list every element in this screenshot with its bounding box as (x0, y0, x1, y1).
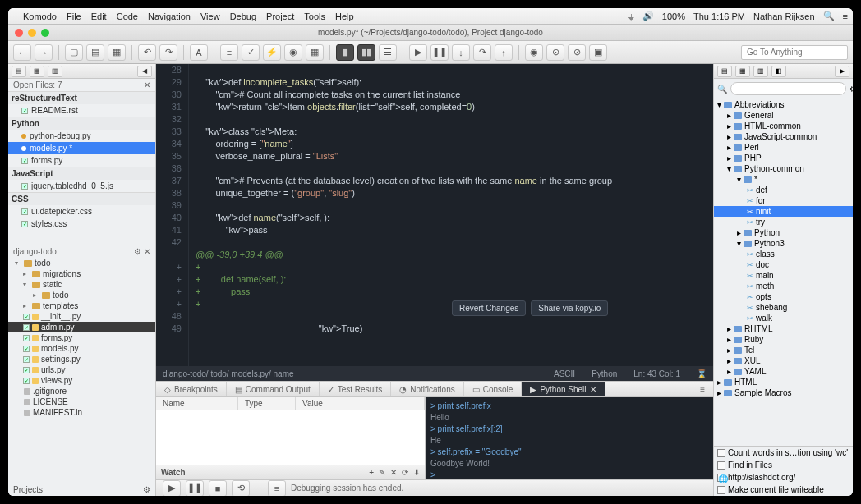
bottom-panel-menu-icon[interactable]: ≡ (692, 382, 713, 396)
save-button[interactable]: ▦ (108, 44, 126, 61)
file-jquery[interactable]: ✓jquery.tabledhd_0_5.js (8, 180, 155, 192)
rt-class[interactable]: ✂class (714, 249, 853, 259)
tree-license[interactable]: LICENSE (8, 396, 155, 407)
watch-col-name[interactable]: Name (156, 397, 238, 410)
rt-python[interactable]: ▸Python (714, 227, 853, 238)
rt-star[interactable]: ▾* (714, 174, 853, 185)
rt-xul[interactable]: ▸XUL (714, 355, 853, 366)
font-button[interactable]: A (190, 44, 208, 61)
debug-play-icon[interactable]: ▶ (163, 480, 181, 497)
rt-py-common[interactable]: ▾Python-common (714, 163, 853, 174)
panel-tab-places[interactable]: ▤ (12, 66, 26, 77)
rt-ninit[interactable]: ✂ninit (714, 206, 853, 217)
file-datepicker-css[interactable]: ✓ui.datepicker.css (8, 205, 155, 218)
undo-button[interactable]: ↶ (138, 44, 156, 61)
tree-views-py[interactable]: ✓views.py (8, 375, 155, 386)
redo-button[interactable]: ↷ (159, 44, 177, 61)
play-macro-button[interactable]: ⊙ (546, 44, 564, 61)
menu-navigation[interactable]: Navigation (148, 11, 191, 21)
watch-body[interactable] (156, 410, 425, 465)
rp-tab-2[interactable]: ▦ (735, 66, 750, 77)
tab-console[interactable]: ▭ Console (464, 382, 523, 396)
rb-count-words[interactable]: Count words in s…tion using 'wc' (714, 447, 853, 459)
check-button[interactable]: ≡ (220, 44, 238, 61)
status-encoding[interactable]: ASCII (554, 369, 575, 378)
rt-perl[interactable]: ▸Perl (714, 142, 853, 153)
file-readme[interactable]: ✓README.rst (8, 104, 155, 117)
watch-col-type[interactable]: Type (238, 397, 296, 410)
tree-urls-py[interactable]: ✓urls.py (8, 364, 155, 375)
menu-code[interactable]: Code (117, 11, 138, 21)
notifications-icon[interactable]: ≡ (843, 11, 848, 21)
user-name[interactable]: Nathan Rijksen (753, 11, 815, 21)
forward-button[interactable]: → (35, 44, 53, 61)
watch-footer-label[interactable]: Watch (161, 468, 186, 477)
watch-col-value[interactable]: Value (296, 397, 425, 410)
tree-forms-py[interactable]: ✓forms.py (8, 332, 155, 343)
watch-refresh-icon[interactable]: ⟳ (402, 468, 408, 477)
share-kopy-button[interactable]: Share via kopy.io (531, 300, 608, 316)
debug-restart-icon[interactable]: ⟲ (232, 480, 250, 497)
code-editor[interactable]: 282930313233343536373839404142++++4849 R… (156, 64, 713, 366)
project-close-icon[interactable]: ✕ (144, 247, 150, 256)
watch-delete-icon[interactable]: ✕ (390, 468, 397, 477)
file-forms[interactable]: ✓forms.py (8, 154, 155, 167)
projects-label[interactable]: Projects (13, 485, 43, 494)
rt-js-common[interactable]: ▸JavaScript-common (714, 131, 853, 142)
stop-macro-button[interactable]: ⊘ (568, 44, 586, 61)
project-name[interactable]: django-todo (13, 247, 57, 256)
tree-todo[interactable]: ▾todo (8, 258, 155, 268)
rt-shebang[interactable]: ✂shebang (714, 302, 853, 313)
tab-command-output[interactable]: ▤ Command Output (227, 382, 320, 396)
rt-try[interactable]: ✂try (714, 217, 853, 227)
record-macro-button[interactable]: ◉ (525, 44, 543, 61)
file-python-debug[interactable]: python-debug.py (8, 130, 155, 142)
rp-tab-3[interactable]: ▥ (753, 66, 768, 77)
rt-yaml[interactable]: ▸YAML (714, 366, 853, 377)
tab-breakpoints[interactable]: ◇ Breakpoints (156, 382, 227, 396)
watch-add-icon[interactable]: + (369, 468, 374, 477)
menu-debug[interactable]: Debug (230, 11, 256, 21)
panel-tab-code[interactable]: ▦ (30, 66, 44, 77)
file-models[interactable]: models.py * (8, 142, 155, 154)
tree-settings-py[interactable]: ✓settings.py (8, 354, 155, 364)
spotlight-icon[interactable]: 🔍 (823, 11, 835, 21)
rt-sample-macros[interactable]: ▸Sample Macros (714, 387, 853, 398)
minimize-icon[interactable] (28, 29, 36, 37)
close-icon[interactable] (15, 29, 23, 37)
rt-opts[interactable]: ✂opts (714, 291, 853, 302)
rb-find-in-files[interactable]: Find in Files (714, 459, 853, 471)
rt-doc[interactable]: ✂doc (714, 259, 853, 270)
save-macro-button[interactable]: ▣ (589, 44, 607, 61)
back-button[interactable]: ← (13, 44, 31, 61)
rt-html[interactable]: ▸HTML (714, 377, 853, 387)
rt-general[interactable]: ▸General (714, 110, 853, 121)
view-mode-1[interactable]: ▮ (336, 44, 354, 61)
rt-rhtml[interactable]: ▸RHTML (714, 323, 853, 334)
rp-collapse-icon[interactable]: ▶ (835, 66, 849, 77)
tree-templates[interactable]: ▸templates (8, 300, 155, 311)
watch-download-icon[interactable]: ⬇ (413, 468, 420, 477)
panel-tab-dom[interactable]: ▥ (48, 66, 62, 77)
project-gear-icon[interactable]: ⚙ (134, 247, 141, 256)
close-tab-icon[interactable]: ✕ (590, 385, 596, 394)
tab-notifications[interactable]: ◔ Notifications (391, 382, 463, 396)
zoom-icon[interactable] (41, 29, 49, 37)
menu-tools[interactable]: Tools (304, 11, 325, 21)
tree-static[interactable]: ▾static (8, 279, 155, 290)
battery-status[interactable]: 100% (662, 11, 685, 21)
debug-stop-icon[interactable]: ■ (209, 480, 227, 497)
debug-pause-button[interactable]: ❚❚ (430, 44, 449, 61)
menu-view[interactable]: View (200, 11, 220, 21)
status-path[interactable]: django-todo/ todo/ models.py/ name (163, 369, 294, 378)
file-styles-css[interactable]: ✓styles.css (8, 218, 155, 230)
rt-html-common[interactable]: ▸HTML-common (714, 121, 853, 131)
menu-file[interactable]: File (67, 11, 81, 21)
app-name[interactable]: Komodo (23, 11, 57, 21)
tools-button[interactable]: ▦ (306, 44, 324, 61)
tree-gitignore[interactable]: .gitignore (8, 386, 155, 396)
tree-models-py[interactable]: ✓models.py (8, 343, 155, 354)
revert-changes-button[interactable]: Revert Changes (452, 300, 526, 316)
rt-ruby[interactable]: ▸Ruby (714, 334, 853, 345)
tab-test-results[interactable]: ✓ Test Results (320, 382, 391, 396)
